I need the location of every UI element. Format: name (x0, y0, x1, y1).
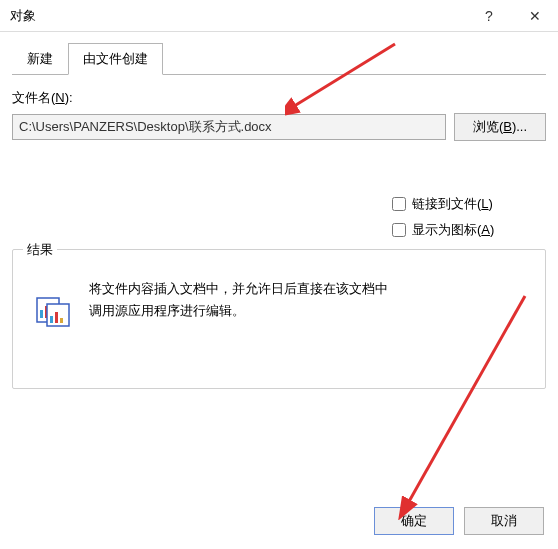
display-as-icon-label: 显示为图标(A) (412, 221, 494, 239)
filename-label: 文件名(N): (12, 89, 546, 107)
link-to-file-checkbox[interactable]: 链接到文件(L) (392, 195, 546, 213)
ok-button[interactable]: 确定 (374, 507, 454, 535)
display-as-icon-input[interactable] (392, 223, 406, 237)
cancel-button[interactable]: 取消 (464, 507, 544, 535)
svg-rect-7 (60, 318, 63, 323)
link-to-file-label: 链接到文件(L) (412, 195, 493, 213)
close-button[interactable]: ✕ (512, 0, 558, 32)
dialog-body: 新建 由文件创建 文件名(N): 浏览(B)... 链接到文件(L) 显示为图标… (0, 32, 558, 389)
document-chart-icon (35, 292, 71, 328)
titlebar: 对象 ? ✕ (0, 0, 558, 32)
svg-rect-5 (50, 316, 53, 323)
result-groupbox: 结果 将文件内容插入文档中，并允许日后直接在该文档中调用源应用程序进行编辑。 (12, 249, 546, 389)
svg-rect-6 (55, 312, 58, 323)
tab-bar: 新建 由文件创建 (12, 42, 546, 75)
link-to-file-input[interactable] (392, 197, 406, 211)
display-as-icon-checkbox[interactable]: 显示为图标(A) (392, 221, 546, 239)
dialog-footer: 确定 取消 (374, 507, 544, 535)
tab-from-file[interactable]: 由文件创建 (68, 43, 163, 75)
tab-new[interactable]: 新建 (12, 43, 68, 75)
dialog-title: 对象 (10, 7, 466, 25)
result-legend: 结果 (23, 241, 57, 259)
browse-button[interactable]: 浏览(B)... (454, 113, 546, 141)
svg-rect-1 (40, 310, 43, 318)
result-description: 将文件内容插入文档中，并允许日后直接在该文档中调用源应用程序进行编辑。 (89, 278, 389, 322)
filename-input[interactable] (12, 114, 446, 140)
help-button[interactable]: ? (466, 0, 512, 32)
